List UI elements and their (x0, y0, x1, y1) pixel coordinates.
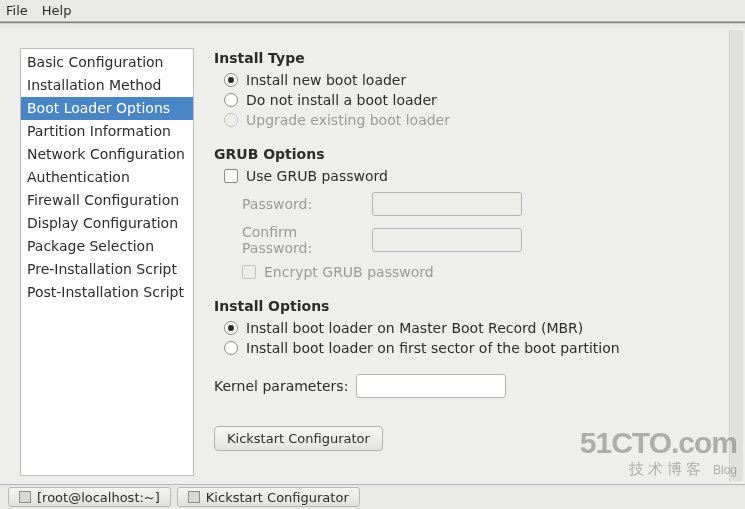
checkbox-label: Encrypt GRUB password (264, 264, 434, 280)
sidebar-item-boot-loader-options[interactable]: Boot Loader Options (21, 97, 193, 120)
row-kernel-parameters: Kernel parameters: (214, 374, 737, 398)
kernel-parameters-label: Kernel parameters: (214, 378, 348, 394)
menubar: File Help (0, 0, 745, 22)
sidebar-item-network-configuration[interactable]: Network Configuration (21, 143, 193, 166)
taskbar-label: Kickstart Configurator (206, 490, 349, 505)
radio-label: Do not install a boot loader (246, 92, 437, 108)
radio-icon (224, 73, 238, 87)
section-title-grub-options: GRUB Options (214, 146, 737, 162)
radio-install-first-sector[interactable]: Install boot loader on first sector of t… (224, 340, 737, 356)
row-grub-password: Password: (242, 192, 737, 216)
confirm-password-label: Confirm Password: (242, 224, 362, 256)
terminal-icon (19, 491, 31, 503)
kickstart-configurator-button[interactable]: Kickstart Configurator (214, 426, 383, 451)
menu-file[interactable]: File (6, 3, 28, 18)
radio-upgrade-existing: Upgrade existing boot loader (224, 112, 737, 128)
confirm-password-input (372, 228, 522, 252)
taskbar-label: [root@localhost:~] (37, 490, 160, 505)
sidebar-item-pre-installation-script[interactable]: Pre-Installation Script (21, 258, 193, 281)
sidebar-item-firewall-configuration[interactable]: Firewall Configuration (21, 189, 193, 212)
radio-label: Install new boot loader (246, 72, 406, 88)
radio-label: Upgrade existing boot loader (246, 112, 450, 128)
sidebar-item-post-installation-script[interactable]: Post-Installation Script (21, 281, 193, 304)
radio-icon (224, 93, 238, 107)
window-client: Basic Configuration Installation Method … (0, 28, 745, 484)
toolbar-separator (0, 22, 745, 24)
password-input (372, 192, 522, 216)
section-title-install-options: Install Options (214, 298, 737, 314)
section-title-install-type: Install Type (214, 50, 737, 66)
sidebar-item-package-selection[interactable]: Package Selection (21, 235, 193, 258)
checkbox-icon (224, 169, 238, 183)
kernel-parameters-input[interactable] (356, 374, 506, 398)
taskbar: [root@localhost:~] Kickstart Configurato… (0, 484, 745, 509)
radio-label: Install boot loader on Master Boot Recor… (246, 320, 583, 336)
radio-do-not-install[interactable]: Do not install a boot loader (224, 92, 737, 108)
sidebar-item-basic-configuration[interactable]: Basic Configuration (21, 51, 193, 74)
menu-help[interactable]: Help (42, 3, 72, 18)
vertical-scrollbar[interactable] (729, 30, 743, 481)
checkbox-label: Use GRUB password (246, 168, 388, 184)
radio-icon (224, 341, 238, 355)
sidebar-item-authentication[interactable]: Authentication (21, 166, 193, 189)
main-panel: Install Type Install new boot loader Do … (212, 48, 737, 476)
taskbar-button-terminal[interactable]: [root@localhost:~] (8, 487, 171, 507)
taskbar-button-kickstart[interactable]: Kickstart Configurator (177, 487, 360, 507)
sidebar: Basic Configuration Installation Method … (20, 48, 194, 476)
password-label: Password: (242, 196, 362, 212)
app-icon (188, 491, 200, 503)
row-grub-confirm-password: Confirm Password: (242, 224, 737, 256)
radio-label: Install boot loader on first sector of t… (246, 340, 620, 356)
radio-icon (224, 113, 238, 127)
sidebar-item-installation-method[interactable]: Installation Method (21, 74, 193, 97)
checkbox-encrypt-grub-password: Encrypt GRUB password (242, 264, 737, 280)
checkbox-icon (242, 265, 256, 279)
sidebar-item-partition-information[interactable]: Partition Information (21, 120, 193, 143)
radio-install-new[interactable]: Install new boot loader (224, 72, 737, 88)
radio-icon (224, 321, 238, 335)
checkbox-use-grub-password[interactable]: Use GRUB password (224, 168, 737, 184)
radio-install-mbr[interactable]: Install boot loader on Master Boot Recor… (224, 320, 737, 336)
sidebar-item-display-configuration[interactable]: Display Configuration (21, 212, 193, 235)
